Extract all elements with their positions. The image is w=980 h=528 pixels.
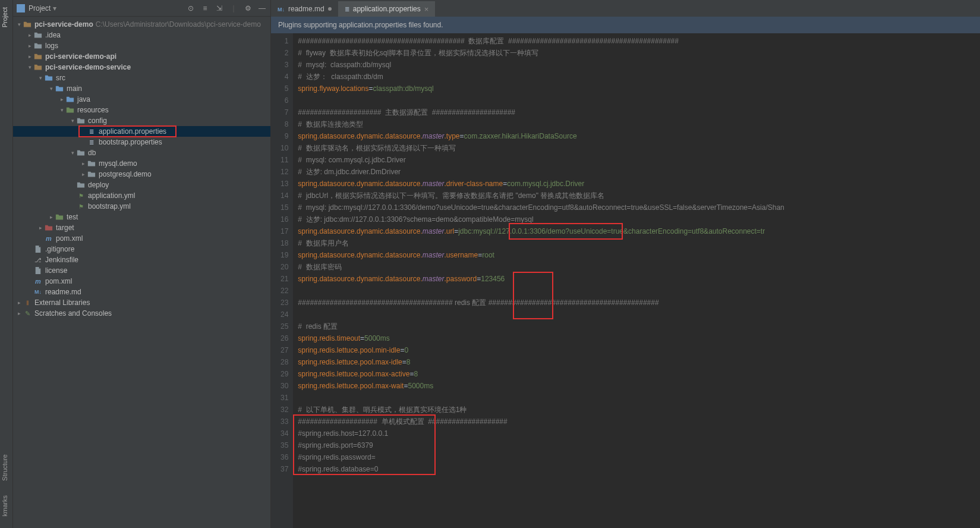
md-icon: M↓ — [33, 288, 43, 296]
tree-item[interactable]: ▸.idea — [13, 30, 270, 40]
tree-item[interactable]: ⚑application.yml — [13, 190, 270, 201]
tree-item[interactable]: ⚑bootstrap.yml — [13, 201, 270, 212]
editor-area: M↓readme.md≣application.properties× Plug… — [271, 0, 980, 528]
code-line[interactable] — [298, 392, 980, 404]
tree-root[interactable]: ▾pci-service-demoC:\Users\Administrator\… — [13, 19, 270, 30]
tree-item[interactable]: ⎇Jenkinsfile — [13, 254, 270, 265]
tab-label: readme.md — [288, 5, 324, 13]
chevron-down-icon[interactable]: ▾ — [53, 4, 56, 12]
code-line[interactable] — [298, 95, 980, 106]
code-line[interactable]: # 数据库密码 — [298, 261, 980, 273]
code-line[interactable]: spring.datasource.dynamic.datasource.mas… — [298, 273, 980, 285]
collapse-all-icon[interactable]: ⇲ — [215, 4, 224, 13]
code-line[interactable]: spring.redis.timeout=5000ms — [298, 332, 980, 344]
code-line[interactable]: # mysql: com.mysql.cj.jdbc.Driver — [298, 154, 980, 166]
yml-icon: ⚑ — [76, 202, 86, 210]
project-tree[interactable]: ▾pci-service-demoC:\Users\Administrator\… — [13, 17, 270, 528]
code-line[interactable]: # 以下单机、集群、哨兵模式，根据真实环境任选1种 — [298, 404, 980, 416]
code-line[interactable]: # 数据库用户名 — [298, 237, 980, 249]
code-line[interactable]: # flyway 数据库表初始化sql脚本目录位置，根据实际情况选择以下一种填写 — [298, 47, 980, 59]
tree-item[interactable]: ▸⫴External Libraries — [13, 297, 270, 308]
code-line[interactable]: # 达梦: jdbc:dm://127.0.0.1:3306?schema=de… — [298, 213, 980, 225]
tree-item[interactable]: ≣application.properties — [13, 126, 270, 137]
code-line[interactable]: spring.datasource.dynamic.datasource.mas… — [298, 178, 980, 190]
rail-tab-project[interactable]: Project — [0, 2, 10, 32]
tree-item[interactable]: ▸test — [13, 212, 270, 222]
tree-item[interactable]: ▾pci-service-demo-service — [13, 62, 270, 73]
code-line[interactable]: # 达梦: dm.jdbc.driver.DmDriver — [298, 166, 980, 178]
tree-item[interactable]: ▸pci-service-demo-api — [13, 51, 270, 62]
code-line[interactable]: spring.redis.lettuce.pool.max-active=8 — [298, 368, 980, 380]
code-line[interactable]: # 达梦： classpath:db/dm — [298, 71, 980, 83]
hide-icon[interactable]: — — [257, 4, 267, 13]
folder-exc-icon — [44, 224, 53, 232]
code-line[interactable]: spring.redis.lettuce.pool.min-idle=0 — [298, 344, 980, 356]
tree-item[interactable]: ≣bootstrap.properties — [13, 137, 270, 147]
props-icon: ≣ — [87, 127, 96, 136]
tree-item[interactable]: ▸java — [13, 94, 270, 105]
rail-tab-bookmarks[interactable]: kmarks — [0, 491, 12, 521]
tree-item[interactable]: M↓readme.md — [13, 287, 270, 297]
editor-tab[interactable]: ≣application.properties× — [338, 1, 436, 17]
code-line[interactable]: #spring.redis.password= — [298, 451, 980, 463]
code-line[interactable]: # 数据库驱动名，根据实际情况选择以下一种填写 — [298, 142, 980, 154]
code-line[interactable]: # mysql: classpath:db/mysql — [298, 59, 980, 71]
tree-item[interactable]: ▸postgresql.demo — [13, 169, 270, 180]
folder-blue-icon — [44, 74, 53, 82]
code-line[interactable]: spring.datasource.dynamic.datasource.mas… — [298, 130, 980, 142]
code-line[interactable]: #spring.redis.database=0 — [298, 463, 980, 475]
plugin-banner[interactable]: Plugins supporting application.propertie… — [271, 17, 980, 33]
folder-icon — [87, 170, 96, 178]
tree-item[interactable]: ▾main — [13, 83, 270, 94]
code-line[interactable]: # mysql: jdbc:mysql://127.0.0.1:3306/dem… — [298, 202, 980, 213]
tree-item[interactable]: ▾db — [13, 147, 270, 158]
tree-item[interactable]: ▸mysql.demo — [13, 158, 270, 169]
tree-item[interactable]: ▸logs — [13, 40, 270, 51]
tree-item[interactable]: deploy — [13, 180, 270, 190]
props-icon: ≣ — [345, 5, 349, 13]
tree-item[interactable]: .gitignore — [13, 244, 270, 254]
tree-item[interactable]: license — [13, 265, 270, 276]
code-line[interactable]: #spring.redis.port=6379 — [298, 439, 980, 451]
rail-tab-structure[interactable]: Structure — [0, 450, 12, 486]
tree-item[interactable]: ▾config — [13, 115, 270, 126]
tree-item[interactable]: mpom.xml — [13, 233, 270, 244]
tree-item[interactable]: mpom.xml — [13, 276, 270, 287]
project-icon — [17, 4, 25, 12]
props-icon: ≣ — [87, 138, 96, 146]
file-icon — [33, 266, 43, 275]
code-line[interactable]: #################### 单机模式配置 ############… — [298, 416, 980, 428]
file-icon — [33, 245, 43, 253]
code-editor[interactable]: 1234567891011121314151617181920212223242… — [271, 33, 980, 528]
lib-icon: ⫴ — [23, 298, 32, 307]
code-line[interactable]: ####################################### … — [298, 297, 980, 309]
md-icon: M↓ — [278, 5, 285, 13]
gutter: 1234567891011121314151617181920212223242… — [271, 33, 293, 528]
code-line[interactable]: spring.redis.lettuce.pool.max-idle=8 — [298, 356, 980, 368]
tree-item[interactable]: ▸target — [13, 222, 270, 233]
code-line[interactable]: spring.datasource.dynamic.datasource.mas… — [298, 249, 980, 261]
code-line[interactable] — [298, 285, 980, 297]
code-line[interactable]: # jdbcUrl，根据实际情况选择以下一种填写。需要修改数据库名请把 "dem… — [298, 190, 980, 202]
code-line[interactable]: spring.datasource.dynamic.datasource.mas… — [298, 225, 980, 237]
folder-icon — [76, 117, 86, 125]
tree-item[interactable]: ▸✎Scratches and Consoles — [13, 308, 270, 319]
project-title: Project — [29, 4, 51, 12]
editor-tab[interactable]: M↓readme.md — [271, 1, 338, 17]
code-line[interactable]: # 数据库连接池类型 — [298, 118, 980, 130]
tree-item[interactable]: ▾src — [13, 73, 270, 83]
code-line[interactable]: spring.redis.lettuce.pool.max-wait=5000m… — [298, 380, 980, 392]
gear-icon[interactable]: ⚙ — [243, 4, 253, 13]
code-line[interactable]: #spring.redis.host=127.0.0.1 — [298, 428, 980, 439]
expand-all-icon[interactable]: ≡ — [200, 4, 210, 13]
code-line[interactable]: ########################################… — [298, 35, 980, 47]
code-line[interactable]: ##################### 主数据源配置 ###########… — [298, 106, 980, 118]
close-icon[interactable]: × — [424, 5, 429, 14]
project-header: Project ▾ ⊙ ≡ ⇲ | ⚙ — — [13, 0, 270, 17]
code-line[interactable]: spring.flyway.locations=classpath:db/mys… — [298, 83, 980, 95]
code-line[interactable] — [298, 309, 980, 320]
code-line[interactable]: # redis 配置 — [298, 320, 980, 332]
tree-item[interactable]: ▾resources — [13, 105, 270, 115]
code-lines[interactable]: ########################################… — [293, 33, 980, 528]
locate-icon[interactable]: ⊙ — [186, 4, 196, 13]
